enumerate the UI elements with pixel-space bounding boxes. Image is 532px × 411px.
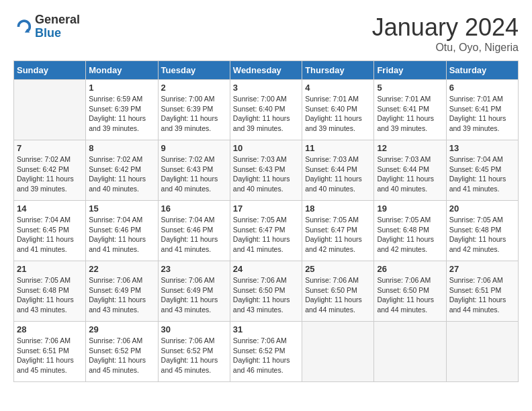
calendar-cell [374, 322, 446, 382]
column-header-wednesday: Wednesday [230, 61, 302, 80]
calendar-cell: 17Sunrise: 7:05 AMSunset: 6:47 PMDayligh… [230, 201, 302, 261]
day-info: Sunrise: 7:06 AMSunset: 6:50 PMDaylight:… [377, 275, 443, 315]
day-number: 11 [305, 143, 371, 153]
day-number: 3 [233, 83, 299, 93]
day-info: Sunrise: 7:06 AMSunset: 6:51 PMDaylight:… [17, 336, 83, 375]
day-number: 22 [89, 264, 154, 274]
column-header-tuesday: Tuesday [158, 61, 230, 80]
day-info: Sunrise: 7:05 AMSunset: 6:47 PMDaylight:… [305, 215, 371, 255]
calendar-cell: 1Sunrise: 6:59 AMSunset: 6:39 PMDaylight… [86, 80, 158, 140]
title-block: January 2024 Otu, Oyo, Nigeria [372, 13, 519, 54]
calendar-cell [302, 322, 374, 382]
day-info: Sunrise: 7:05 AMSunset: 6:48 PMDaylight:… [377, 215, 443, 255]
day-number: 31 [233, 324, 299, 334]
day-number: 6 [449, 83, 515, 93]
calendar-cell [14, 80, 86, 140]
calendar-cell: 19Sunrise: 7:05 AMSunset: 6:48 PMDayligh… [374, 201, 446, 261]
logo-icon [13, 17, 32, 36]
calendar-cell: 25Sunrise: 7:06 AMSunset: 6:50 PMDayligh… [302, 261, 374, 322]
day-number: 4 [305, 83, 371, 93]
page-header: General Blue January 2024 Otu, Oyo, Nige… [13, 13, 519, 54]
day-info: Sunrise: 7:03 AMSunset: 6:43 PMDaylight:… [233, 154, 299, 194]
day-info: Sunrise: 7:05 AMSunset: 6:47 PMDaylight:… [233, 215, 299, 255]
calendar-cell: 20Sunrise: 7:05 AMSunset: 6:48 PMDayligh… [446, 201, 518, 261]
calendar-cell: 7Sunrise: 7:02 AMSunset: 6:42 PMDaylight… [14, 140, 86, 201]
day-info: Sunrise: 7:06 AMSunset: 6:50 PMDaylight:… [305, 275, 371, 315]
day-info: Sunrise: 7:00 AMSunset: 6:40 PMDaylight:… [233, 94, 299, 134]
calendar-cell: 29Sunrise: 7:06 AMSunset: 6:52 PMDayligh… [86, 322, 158, 382]
day-number: 8 [89, 143, 154, 153]
calendar-cell: 22Sunrise: 7:06 AMSunset: 6:49 PMDayligh… [86, 261, 158, 322]
day-number: 26 [377, 264, 443, 274]
calendar-cell: 2Sunrise: 7:00 AMSunset: 6:39 PMDaylight… [158, 80, 230, 140]
calendar-body: 1Sunrise: 6:59 AMSunset: 6:39 PMDaylight… [14, 80, 519, 382]
calendar-cell: 24Sunrise: 7:06 AMSunset: 6:50 PMDayligh… [230, 261, 302, 322]
day-info: Sunrise: 7:02 AMSunset: 6:43 PMDaylight:… [161, 154, 227, 194]
column-header-saturday: Saturday [446, 61, 518, 80]
calendar-cell: 30Sunrise: 7:06 AMSunset: 6:52 PMDayligh… [158, 322, 230, 382]
day-number: 14 [17, 203, 83, 214]
day-number: 18 [305, 203, 371, 214]
day-number: 9 [161, 143, 227, 153]
logo-general-text: General [35, 13, 80, 27]
day-info: Sunrise: 7:06 AMSunset: 6:49 PMDaylight:… [161, 275, 227, 315]
day-number: 28 [17, 324, 83, 334]
column-header-friday: Friday [374, 61, 446, 80]
calendar-cell: 18Sunrise: 7:05 AMSunset: 6:47 PMDayligh… [302, 201, 374, 261]
calendar-cell: 23Sunrise: 7:06 AMSunset: 6:49 PMDayligh… [158, 261, 230, 322]
column-header-thursday: Thursday [302, 61, 374, 80]
day-info: Sunrise: 7:06 AMSunset: 6:51 PMDaylight:… [449, 275, 515, 315]
day-info: Sunrise: 7:06 AMSunset: 6:52 PMDaylight:… [89, 336, 154, 375]
day-info: Sunrise: 7:06 AMSunset: 6:52 PMDaylight:… [233, 336, 299, 375]
day-number: 13 [449, 143, 515, 153]
day-info: Sunrise: 7:00 AMSunset: 6:39 PMDaylight:… [161, 94, 227, 134]
day-number: 27 [449, 264, 515, 274]
calendar-week-row: 7Sunrise: 7:02 AMSunset: 6:42 PMDaylight… [14, 140, 519, 201]
day-info: Sunrise: 7:04 AMSunset: 6:46 PMDaylight:… [89, 215, 154, 255]
day-number: 16 [161, 203, 227, 214]
day-info: Sunrise: 7:03 AMSunset: 6:44 PMDaylight:… [377, 154, 443, 194]
calendar-cell: 6Sunrise: 7:01 AMSunset: 6:41 PMDaylight… [446, 80, 518, 140]
day-info: Sunrise: 7:06 AMSunset: 6:50 PMDaylight:… [233, 275, 299, 315]
logo: General Blue [13, 13, 80, 40]
day-number: 21 [17, 264, 83, 274]
day-number: 12 [377, 143, 443, 153]
calendar-header-row: SundayMondayTuesdayWednesdayThursdayFrid… [14, 61, 519, 80]
day-number: 5 [377, 83, 443, 93]
day-number: 29 [89, 324, 154, 334]
calendar-cell: 14Sunrise: 7:04 AMSunset: 6:45 PMDayligh… [14, 201, 86, 261]
calendar-cell: 21Sunrise: 7:05 AMSunset: 6:48 PMDayligh… [14, 261, 86, 322]
day-info: Sunrise: 7:01 AMSunset: 6:41 PMDaylight:… [449, 94, 515, 134]
day-number: 30 [161, 324, 227, 334]
day-info: Sunrise: 7:01 AMSunset: 6:41 PMDaylight:… [377, 94, 443, 134]
calendar-cell: 11Sunrise: 7:03 AMSunset: 6:44 PMDayligh… [302, 140, 374, 201]
day-info: Sunrise: 7:04 AMSunset: 6:45 PMDaylight:… [17, 215, 83, 255]
day-info: Sunrise: 7:05 AMSunset: 6:48 PMDaylight:… [449, 215, 515, 255]
day-number: 7 [17, 143, 83, 153]
calendar-cell: 28Sunrise: 7:06 AMSunset: 6:51 PMDayligh… [14, 322, 86, 382]
calendar-cell [446, 322, 518, 382]
day-number: 17 [233, 203, 299, 214]
month-title: January 2024 [372, 13, 519, 42]
location: Otu, Oyo, Nigeria [372, 42, 519, 54]
calendar-table: SundayMondayTuesdayWednesdayThursdayFrid… [13, 60, 519, 382]
day-info: Sunrise: 7:04 AMSunset: 6:45 PMDaylight:… [449, 154, 515, 194]
calendar-cell: 26Sunrise: 7:06 AMSunset: 6:50 PMDayligh… [374, 261, 446, 322]
day-number: 24 [233, 264, 299, 274]
calendar-cell: 8Sunrise: 7:02 AMSunset: 6:42 PMDaylight… [86, 140, 158, 201]
logo-blue-text: Blue [35, 27, 80, 40]
day-info: Sunrise: 7:06 AMSunset: 6:49 PMDaylight:… [89, 275, 154, 315]
day-info: Sunrise: 7:05 AMSunset: 6:48 PMDaylight:… [17, 275, 83, 315]
day-info: Sunrise: 6:59 AMSunset: 6:39 PMDaylight:… [89, 94, 154, 134]
calendar-cell: 9Sunrise: 7:02 AMSunset: 6:43 PMDaylight… [158, 140, 230, 201]
day-info: Sunrise: 7:04 AMSunset: 6:46 PMDaylight:… [161, 215, 227, 255]
day-number: 10 [233, 143, 299, 153]
calendar-week-row: 28Sunrise: 7:06 AMSunset: 6:51 PMDayligh… [14, 322, 519, 382]
day-number: 2 [161, 83, 227, 93]
day-number: 23 [161, 264, 227, 274]
day-info: Sunrise: 7:01 AMSunset: 6:40 PMDaylight:… [305, 94, 371, 134]
day-info: Sunrise: 7:02 AMSunset: 6:42 PMDaylight:… [17, 154, 83, 194]
calendar-cell: 12Sunrise: 7:03 AMSunset: 6:44 PMDayligh… [374, 140, 446, 201]
day-info: Sunrise: 7:02 AMSunset: 6:42 PMDaylight:… [89, 154, 154, 194]
calendar-week-row: 14Sunrise: 7:04 AMSunset: 6:45 PMDayligh… [14, 201, 519, 261]
